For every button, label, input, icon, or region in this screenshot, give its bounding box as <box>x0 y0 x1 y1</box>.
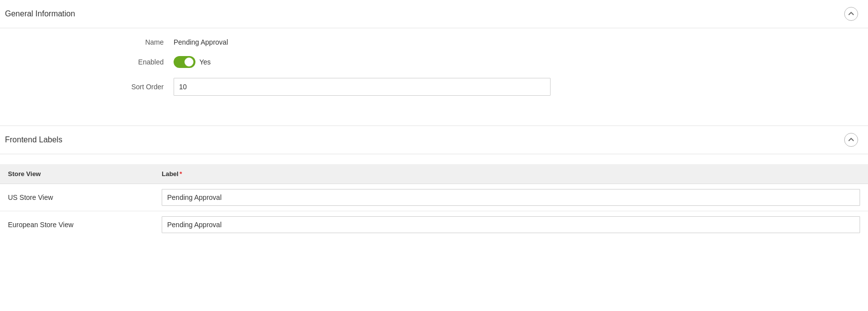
frontend-labels-header: Frontend Labels <box>0 126 868 154</box>
name-label: Name <box>10 38 174 46</box>
enabled-row: Enabled Yes <box>0 56 868 68</box>
general-information-body: Name Pending Approval Enabled Yes Sort O… <box>0 28 868 121</box>
us-store-label-input[interactable] <box>162 189 860 206</box>
toggle-text: Yes <box>199 58 211 66</box>
european-store-label-input[interactable] <box>162 216 860 233</box>
sort-order-label: Sort Order <box>10 83 174 91</box>
sort-order-row: Sort Order <box>0 78 868 96</box>
us-store-label-cell <box>154 184 868 211</box>
general-information-header: General Information <box>0 0 868 28</box>
european-store-label-cell <box>154 211 868 239</box>
general-information-title: General Information <box>5 9 75 18</box>
name-row: Name Pending Approval <box>0 38 868 46</box>
table-row: US Store View <box>0 184 868 211</box>
toggle-switch[interactable] <box>174 56 195 68</box>
frontend-labels-title: Frontend Labels <box>5 135 62 144</box>
table-header-row: Store View Label* <box>0 164 868 184</box>
sort-order-input[interactable] <box>174 78 551 96</box>
us-store-view-cell: US Store View <box>0 184 154 211</box>
frontend-labels-table-body: US Store View European Store View <box>0 184 868 239</box>
frontend-labels-table-section: Store View Label* US Store View <box>0 154 868 238</box>
label-column-header: Label* <box>154 164 868 184</box>
name-value: Pending Approval <box>174 38 228 46</box>
enabled-label: Enabled <box>10 58 174 66</box>
toggle-slider <box>174 56 195 68</box>
required-star: * <box>180 170 182 178</box>
european-store-view-cell: European Store View <box>0 211 154 239</box>
enabled-toggle-wrapper: Yes <box>174 56 211 68</box>
store-view-column-header: Store View <box>0 164 154 184</box>
frontend-labels-section: Frontend Labels Store View Label* <box>0 125 868 238</box>
table-row: European Store View <box>0 211 868 239</box>
frontend-labels-collapse-button[interactable] <box>844 133 858 147</box>
frontend-labels-table: Store View Label* US Store View <box>0 164 868 238</box>
general-information-section: General Information Name Pending Approva… <box>0 0 868 121</box>
general-information-collapse-button[interactable] <box>844 7 858 21</box>
